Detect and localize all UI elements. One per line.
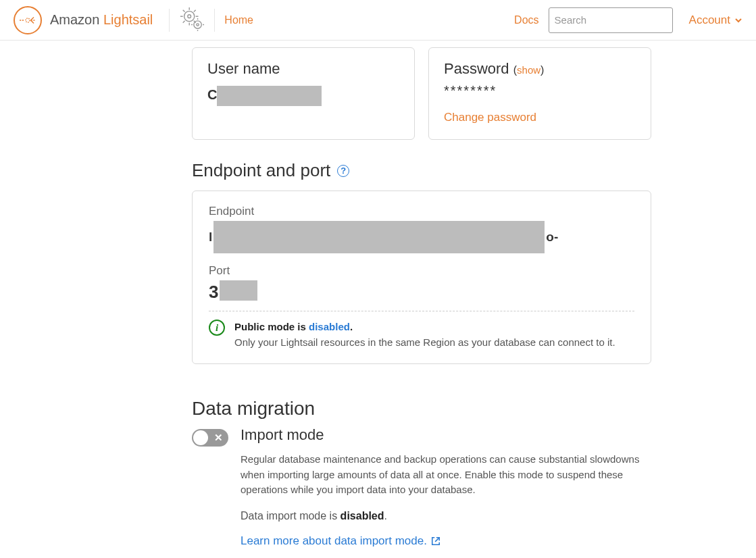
home-link[interactable]: Home (224, 14, 253, 26)
learn-more-link[interactable]: Learn more about data import mode. (241, 534, 440, 548)
password-label: Password (show) (444, 60, 636, 78)
import-mode-title: Import mode (241, 426, 651, 444)
username-label: User name (207, 60, 399, 78)
brand-logo[interactable]: Amazon Lightsail (7, 6, 159, 34)
username-redacted (217, 86, 322, 106)
endpoint-section-title: Endpoint and port ? (192, 160, 651, 181)
public-mode-desc: Only your Lightsail resources in the sam… (234, 335, 615, 351)
svg-point-0 (26, 18, 30, 22)
endpoint-label: Endpoint (209, 205, 634, 218)
import-mode-desc: Regular database maintenance and backup … (241, 452, 651, 498)
search-box[interactable] (549, 7, 673, 33)
change-password-link[interactable]: Change password (444, 111, 636, 124)
settings-gears-icon[interactable] (179, 6, 205, 34)
public-mode-state[interactable]: disabled (309, 321, 350, 332)
svg-point-2 (188, 15, 191, 18)
port-value: 3 (209, 280, 634, 303)
account-menu[interactable]: Account (682, 14, 749, 27)
svg-point-3 (194, 21, 201, 28)
endpoint-card: Endpoint l o- Port 3 i Public mode is di… (192, 191, 651, 364)
port-label: Port (209, 264, 634, 278)
data-migration-title: Data migration (192, 398, 651, 420)
search-input[interactable] (555, 14, 683, 26)
svg-point-4 (197, 24, 199, 26)
public-mode-info: i Public mode is disabled. Only your Lig… (209, 311, 634, 350)
info-icon: i (209, 320, 225, 336)
endpoint-value: l o- (209, 221, 634, 253)
show-password-link[interactable]: show (517, 64, 540, 76)
external-link-icon (431, 536, 440, 546)
divider (169, 9, 170, 32)
password-card: Password (show) ******** Change password (428, 47, 651, 140)
port-redacted (220, 280, 257, 301)
help-icon[interactable]: ? (337, 165, 349, 177)
main-content: User name C Password (show) ******** Cha… (192, 41, 651, 548)
close-icon: ✕ (214, 432, 223, 444)
chevron-down-icon (734, 16, 742, 24)
divider (214, 9, 215, 32)
brand-text: Amazon Lightsail (50, 12, 153, 28)
svg-point-1 (184, 11, 195, 22)
endpoint-redacted (213, 221, 545, 253)
account-label: Account (689, 14, 730, 27)
import-mode-toggle[interactable]: ✕ (192, 429, 228, 447)
toggle-knob (193, 430, 208, 445)
lightsail-logo-icon (14, 6, 42, 34)
username-value-partial: C (207, 87, 217, 103)
import-mode-status: Data import mode is disabled. (241, 510, 651, 522)
docs-link[interactable]: Docs (514, 14, 538, 26)
username-card: User name C (192, 47, 415, 140)
top-nav: Amazon Lightsail Home Docs Account (0, 0, 756, 41)
password-value: ******** (444, 83, 636, 99)
